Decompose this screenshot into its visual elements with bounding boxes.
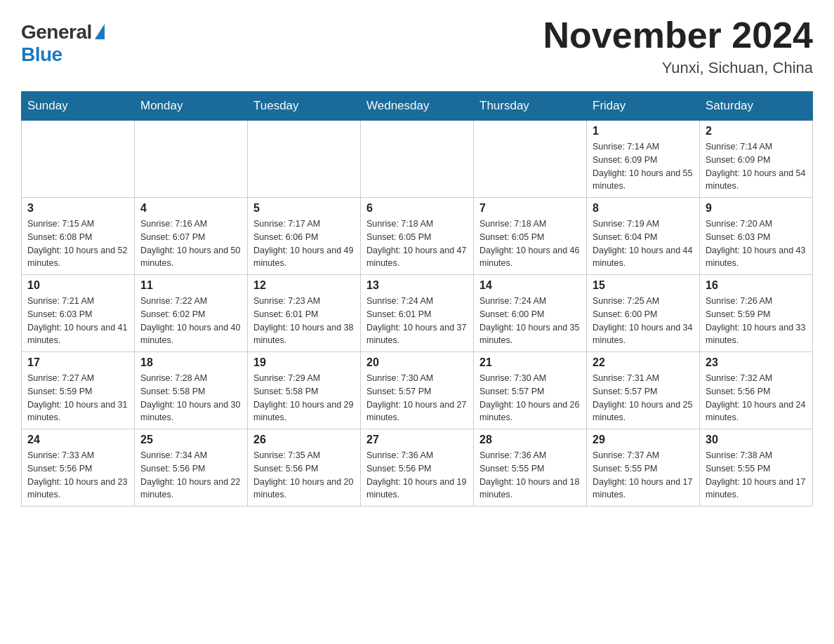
day-info: Sunrise: 7:16 AMSunset: 6:07 PMDaylight:… bbox=[140, 217, 241, 270]
day-info: Sunrise: 7:23 AMSunset: 6:01 PMDaylight:… bbox=[253, 295, 355, 347]
day-info: Sunrise: 7:26 AMSunset: 5:59 PMDaylight:… bbox=[706, 295, 807, 347]
logo-general-text: General bbox=[21, 21, 92, 43]
day-info: Sunrise: 7:19 AMSunset: 6:04 PMDaylight:… bbox=[593, 217, 694, 270]
calendar-week-row: 3Sunrise: 7:15 AMSunset: 6:08 PMDaylight… bbox=[22, 198, 813, 275]
calendar-cell: 22Sunrise: 7:31 AMSunset: 5:57 PMDayligh… bbox=[587, 352, 700, 429]
calendar-cell: 1Sunrise: 7:14 AMSunset: 6:09 PMDaylight… bbox=[587, 121, 700, 198]
page-header: General Blue November 2024 Yunxi, Sichua… bbox=[21, 14, 813, 77]
day-number: 23 bbox=[706, 356, 807, 369]
day-info: Sunrise: 7:21 AMSunset: 6:03 PMDaylight:… bbox=[27, 295, 128, 347]
calendar-header-row: SundayMondayTuesdayWednesdayThursdayFrid… bbox=[22, 92, 813, 121]
day-info: Sunrise: 7:24 AMSunset: 6:00 PMDaylight:… bbox=[479, 295, 581, 347]
day-number: 22 bbox=[593, 356, 694, 369]
title-block: November 2024 Yunxi, Sichuan, China bbox=[543, 14, 813, 77]
day-number: 16 bbox=[706, 279, 807, 292]
day-info: Sunrise: 7:32 AMSunset: 5:56 PMDaylight:… bbox=[706, 372, 807, 424]
calendar-cell: 12Sunrise: 7:23 AMSunset: 6:01 PMDayligh… bbox=[248, 275, 361, 352]
calendar-cell: 19Sunrise: 7:29 AMSunset: 5:58 PMDayligh… bbox=[248, 352, 361, 429]
calendar-cell: 20Sunrise: 7:30 AMSunset: 5:57 PMDayligh… bbox=[361, 352, 474, 429]
calendar-week-row: 17Sunrise: 7:27 AMSunset: 5:59 PMDayligh… bbox=[22, 352, 813, 429]
day-number: 11 bbox=[140, 279, 241, 292]
day-number: 13 bbox=[366, 279, 468, 292]
calendar-cell: 3Sunrise: 7:15 AMSunset: 6:08 PMDaylight… bbox=[22, 198, 135, 275]
day-info: Sunrise: 7:22 AMSunset: 6:02 PMDaylight:… bbox=[140, 295, 241, 347]
calendar-cell: 21Sunrise: 7:30 AMSunset: 5:57 PMDayligh… bbox=[474, 352, 587, 429]
calendar-cell bbox=[361, 121, 474, 198]
day-info: Sunrise: 7:29 AMSunset: 5:58 PMDaylight:… bbox=[253, 372, 355, 424]
day-number: 20 bbox=[366, 356, 468, 369]
day-number: 21 bbox=[479, 356, 581, 369]
day-number: 7 bbox=[479, 202, 581, 215]
day-info: Sunrise: 7:15 AMSunset: 6:08 PMDaylight:… bbox=[27, 217, 128, 270]
calendar-cell: 11Sunrise: 7:22 AMSunset: 6:02 PMDayligh… bbox=[135, 275, 248, 352]
day-number: 3 bbox=[27, 202, 128, 215]
calendar-cell: 28Sunrise: 7:36 AMSunset: 5:55 PMDayligh… bbox=[474, 429, 587, 507]
day-info: Sunrise: 7:36 AMSunset: 5:56 PMDaylight:… bbox=[366, 449, 468, 502]
calendar-cell: 27Sunrise: 7:36 AMSunset: 5:56 PMDayligh… bbox=[361, 429, 474, 507]
day-info: Sunrise: 7:34 AMSunset: 5:56 PMDaylight:… bbox=[140, 449, 241, 502]
day-number: 27 bbox=[366, 434, 468, 446]
calendar-cell: 2Sunrise: 7:14 AMSunset: 6:09 PMDaylight… bbox=[700, 121, 813, 198]
day-number: 28 bbox=[479, 434, 581, 446]
calendar-cell: 16Sunrise: 7:26 AMSunset: 5:59 PMDayligh… bbox=[700, 275, 813, 352]
calendar-cell: 14Sunrise: 7:24 AMSunset: 6:00 PMDayligh… bbox=[474, 275, 587, 352]
day-info: Sunrise: 7:28 AMSunset: 5:58 PMDaylight:… bbox=[140, 372, 241, 424]
header-day-tuesday: Tuesday bbox=[248, 92, 361, 121]
calendar-cell: 4Sunrise: 7:16 AMSunset: 6:07 PMDaylight… bbox=[135, 198, 248, 275]
calendar-cell: 7Sunrise: 7:18 AMSunset: 6:05 PMDaylight… bbox=[474, 198, 587, 275]
calendar-cell bbox=[474, 121, 587, 198]
header-day-monday: Monday bbox=[135, 92, 248, 121]
calendar-cell: 17Sunrise: 7:27 AMSunset: 5:59 PMDayligh… bbox=[22, 352, 135, 429]
day-number: 15 bbox=[593, 279, 694, 292]
day-number: 12 bbox=[253, 279, 355, 292]
header-day-friday: Friday bbox=[587, 92, 700, 121]
location-subtitle: Yunxi, Sichuan, China bbox=[543, 59, 813, 77]
calendar-cell: 25Sunrise: 7:34 AMSunset: 5:56 PMDayligh… bbox=[135, 429, 248, 507]
day-info: Sunrise: 7:20 AMSunset: 6:03 PMDaylight:… bbox=[706, 217, 807, 270]
calendar-cell: 8Sunrise: 7:19 AMSunset: 6:04 PMDaylight… bbox=[587, 198, 700, 275]
day-info: Sunrise: 7:27 AMSunset: 5:59 PMDaylight:… bbox=[27, 372, 128, 424]
calendar-cell: 9Sunrise: 7:20 AMSunset: 6:03 PMDaylight… bbox=[700, 198, 813, 275]
day-number: 30 bbox=[706, 434, 807, 446]
day-number: 24 bbox=[27, 434, 128, 446]
day-number: 8 bbox=[593, 202, 694, 215]
header-day-thursday: Thursday bbox=[474, 92, 587, 121]
calendar-cell bbox=[248, 121, 361, 198]
day-number: 14 bbox=[479, 279, 581, 292]
day-info: Sunrise: 7:14 AMSunset: 6:09 PMDaylight:… bbox=[706, 140, 807, 193]
day-info: Sunrise: 7:18 AMSunset: 6:05 PMDaylight:… bbox=[479, 217, 581, 270]
header-day-saturday: Saturday bbox=[700, 92, 813, 121]
day-number: 17 bbox=[27, 356, 128, 369]
day-info: Sunrise: 7:17 AMSunset: 6:06 PMDaylight:… bbox=[253, 217, 355, 270]
header-day-sunday: Sunday bbox=[22, 92, 135, 121]
day-number: 18 bbox=[140, 356, 241, 369]
day-info: Sunrise: 7:30 AMSunset: 5:57 PMDaylight:… bbox=[479, 372, 581, 424]
day-number: 4 bbox=[140, 202, 241, 215]
calendar-cell: 10Sunrise: 7:21 AMSunset: 6:03 PMDayligh… bbox=[22, 275, 135, 352]
day-info: Sunrise: 7:18 AMSunset: 6:05 PMDaylight:… bbox=[366, 217, 468, 270]
day-info: Sunrise: 7:38 AMSunset: 5:55 PMDaylight:… bbox=[706, 449, 807, 502]
calendar-cell: 5Sunrise: 7:17 AMSunset: 6:06 PMDaylight… bbox=[248, 198, 361, 275]
day-info: Sunrise: 7:36 AMSunset: 5:55 PMDaylight:… bbox=[479, 449, 581, 502]
day-number: 5 bbox=[253, 202, 355, 215]
day-number: 9 bbox=[706, 202, 807, 215]
day-info: Sunrise: 7:31 AMSunset: 5:57 PMDaylight:… bbox=[593, 372, 694, 424]
day-number: 2 bbox=[706, 125, 807, 137]
calendar-cell: 23Sunrise: 7:32 AMSunset: 5:56 PMDayligh… bbox=[700, 352, 813, 429]
day-number: 6 bbox=[366, 202, 468, 215]
day-number: 25 bbox=[140, 434, 241, 446]
calendar-week-row: 10Sunrise: 7:21 AMSunset: 6:03 PMDayligh… bbox=[22, 275, 813, 352]
day-info: Sunrise: 7:35 AMSunset: 5:56 PMDaylight:… bbox=[253, 449, 355, 502]
day-number: 19 bbox=[253, 356, 355, 369]
day-number: 10 bbox=[27, 279, 128, 292]
calendar-cell: 26Sunrise: 7:35 AMSunset: 5:56 PMDayligh… bbox=[248, 429, 361, 507]
calendar-cell: 15Sunrise: 7:25 AMSunset: 6:00 PMDayligh… bbox=[587, 275, 700, 352]
calendar-cell: 24Sunrise: 7:33 AMSunset: 5:56 PMDayligh… bbox=[22, 429, 135, 507]
calendar-week-row: 1Sunrise: 7:14 AMSunset: 6:09 PMDaylight… bbox=[22, 121, 813, 198]
calendar-cell: 6Sunrise: 7:18 AMSunset: 6:05 PMDaylight… bbox=[361, 198, 474, 275]
calendar-table: SundayMondayTuesdayWednesdayThursdayFrid… bbox=[21, 91, 813, 507]
month-title: November 2024 bbox=[543, 14, 813, 56]
calendar-cell bbox=[22, 121, 135, 198]
calendar-cell: 13Sunrise: 7:24 AMSunset: 6:01 PMDayligh… bbox=[361, 275, 474, 352]
day-info: Sunrise: 7:24 AMSunset: 6:01 PMDaylight:… bbox=[366, 295, 468, 347]
